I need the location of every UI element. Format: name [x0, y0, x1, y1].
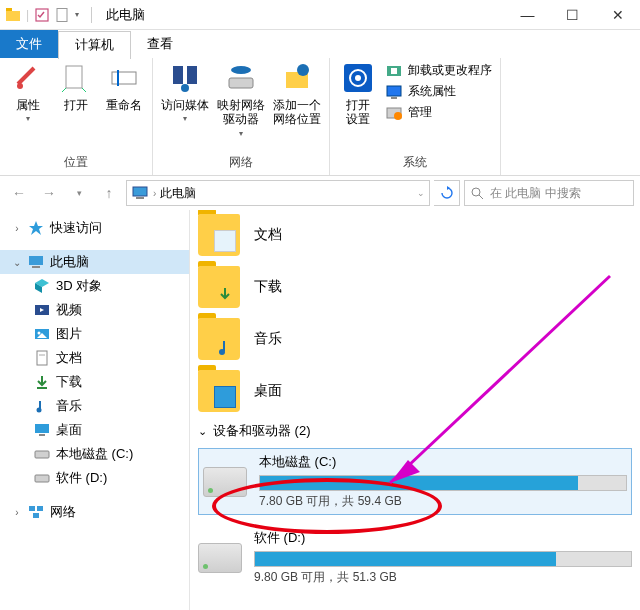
- chevron-down-icon: ▾: [239, 129, 243, 138]
- open-icon: [60, 62, 92, 94]
- recent-dropdown[interactable]: ▾: [66, 180, 92, 206]
- search-icon: [471, 187, 484, 200]
- properties-icon: [12, 62, 44, 94]
- section-devices-drives[interactable]: ⌄ 设备和驱动器 (2): [198, 422, 632, 440]
- group-title-location: 位置: [8, 152, 144, 173]
- chevron-down-icon[interactable]: ⌄: [417, 188, 425, 198]
- breadcrumb-item[interactable]: 此电脑: [160, 185, 196, 202]
- folder-item-desktop[interactable]: 桌面: [198, 370, 632, 412]
- uninstall-icon: [386, 63, 402, 79]
- svg-rect-45: [35, 475, 49, 482]
- drive-icon: [203, 467, 247, 497]
- folder-icon: [198, 214, 240, 256]
- quick-access-toolbar: | ▾: [0, 8, 85, 22]
- music-icon: [34, 398, 50, 414]
- system-properties-button[interactable]: 系统属性: [386, 83, 492, 100]
- folder-item-documents[interactable]: 文档: [198, 214, 632, 256]
- sidebar-item-downloads[interactable]: 下载: [0, 370, 189, 394]
- svg-point-26: [472, 188, 480, 196]
- folder-item-music[interactable]: 音乐: [198, 318, 632, 360]
- address-bar: ← → ▾ ↑ › 此电脑 ⌄ 在 此电脑 中搜索: [0, 176, 640, 210]
- rename-button[interactable]: 重命名: [104, 62, 144, 112]
- svg-rect-30: [32, 266, 40, 268]
- uninstall-button[interactable]: 卸载或更改程序: [386, 62, 492, 79]
- minimize-button[interactable]: —: [505, 0, 550, 30]
- properties-button[interactable]: 属性 ▾: [8, 62, 48, 123]
- navigation-sidebar: › 快速访问 ⌄ 此电脑 3D 对象 视频 图片 文档 下载 音乐 桌面 本地磁…: [0, 210, 190, 610]
- access-media-button[interactable]: 访问媒体 ▾: [161, 62, 209, 123]
- document-icon[interactable]: [55, 8, 69, 22]
- manage-icon: [386, 105, 402, 121]
- sidebar-item-videos[interactable]: 视频: [0, 298, 189, 322]
- qat-dropdown-icon[interactable]: ▾: [75, 10, 79, 19]
- ribbon: 属性 ▾ 打开 重命名 位置 访问媒体 ▾ 映射网络 驱动器: [0, 58, 640, 176]
- maximize-button[interactable]: ☐: [550, 0, 595, 30]
- chevron-down-icon: ▾: [26, 114, 30, 123]
- svg-rect-24: [133, 187, 147, 196]
- qat-separator: |: [26, 8, 29, 22]
- folder-item-downloads[interactable]: 下载: [198, 266, 632, 308]
- tab-file[interactable]: 文件: [0, 30, 58, 58]
- window-title: 此电脑: [106, 6, 145, 24]
- svg-point-17: [355, 75, 361, 81]
- sidebar-item-music[interactable]: 音乐: [0, 394, 189, 418]
- network-icon: [28, 504, 44, 520]
- checkbox-icon[interactable]: [35, 8, 49, 22]
- manage-button[interactable]: 管理: [386, 104, 492, 121]
- drive-item-c[interactable]: 本地磁盘 (C:) 7.80 GB 可用，共 59.4 GB: [198, 448, 632, 515]
- sidebar-item-drive-d[interactable]: 软件 (D:): [0, 466, 189, 490]
- open-settings-button[interactable]: 打开 设置: [338, 62, 378, 127]
- refresh-icon: [440, 186, 454, 200]
- search-input[interactable]: 在 此电脑 中搜索: [464, 180, 634, 206]
- content-pane: 文档 下载 音乐 桌面 ⌄ 设备和驱动器 (2) 本地磁盘 (C:) 7.80 …: [190, 210, 640, 610]
- title-bar: | ▾ 此电脑 — ☐ ✕: [0, 0, 640, 30]
- chevron-right-icon: ›: [12, 507, 22, 518]
- svg-point-36: [38, 332, 41, 335]
- refresh-button[interactable]: [434, 180, 460, 206]
- svg-rect-44: [35, 451, 49, 458]
- chevron-down-icon: ▾: [183, 114, 187, 123]
- map-drive-button[interactable]: 映射网络 驱动器 ▾: [217, 62, 265, 138]
- sidebar-item-drive-c[interactable]: 本地磁盘 (C:): [0, 442, 189, 466]
- sidebar-item-pictures[interactable]: 图片: [0, 322, 189, 346]
- settings-icon: [342, 62, 374, 94]
- up-button[interactable]: ↑: [96, 180, 122, 206]
- svg-point-12: [231, 66, 251, 74]
- map-drive-icon: [225, 62, 257, 94]
- svg-rect-47: [37, 506, 43, 511]
- document-icon: [34, 350, 50, 366]
- svg-rect-46: [29, 506, 35, 511]
- svg-rect-48: [33, 513, 39, 518]
- tab-computer[interactable]: 计算机: [58, 31, 131, 59]
- open-button[interactable]: 打开: [56, 62, 96, 112]
- sidebar-item-documents[interactable]: 文档: [0, 346, 189, 370]
- star-icon: [28, 220, 44, 236]
- chevron-right-icon: ›: [12, 223, 22, 234]
- sidebar-item-3d-objects[interactable]: 3D 对象: [0, 274, 189, 298]
- breadcrumb[interactable]: › 此电脑 ⌄: [126, 180, 430, 206]
- video-icon: [34, 302, 50, 318]
- tab-view[interactable]: 查看: [131, 30, 189, 58]
- close-button[interactable]: ✕: [595, 0, 640, 30]
- sidebar-item-desktop[interactable]: 桌面: [0, 418, 189, 442]
- storage-bar: [259, 475, 627, 491]
- drive-item-d[interactable]: 软件 (D:) 9.80 GB 可用，共 51.3 GB: [198, 529, 632, 586]
- sidebar-item-quick-access[interactable]: › 快速访问: [0, 216, 189, 240]
- sidebar-item-this-pc[interactable]: ⌄ 此电脑: [0, 250, 189, 274]
- add-network-location-button[interactable]: 添加一个 网络位置: [273, 62, 321, 127]
- svg-rect-42: [35, 424, 49, 433]
- svg-rect-1: [6, 8, 12, 11]
- back-button[interactable]: ←: [6, 180, 32, 206]
- svg-rect-43: [39, 434, 45, 436]
- chevron-right-icon: ›: [153, 188, 156, 199]
- svg-rect-9: [187, 66, 197, 84]
- folder-icon: [198, 266, 240, 308]
- sidebar-item-network[interactable]: › 网络: [0, 500, 189, 524]
- svg-point-4: [17, 83, 23, 89]
- svg-rect-21: [391, 97, 397, 99]
- forward-button[interactable]: →: [36, 180, 62, 206]
- desktop-icon: [34, 422, 50, 438]
- svg-point-49: [219, 349, 225, 355]
- folder-icon: [6, 8, 20, 22]
- computer-icon: [28, 254, 44, 270]
